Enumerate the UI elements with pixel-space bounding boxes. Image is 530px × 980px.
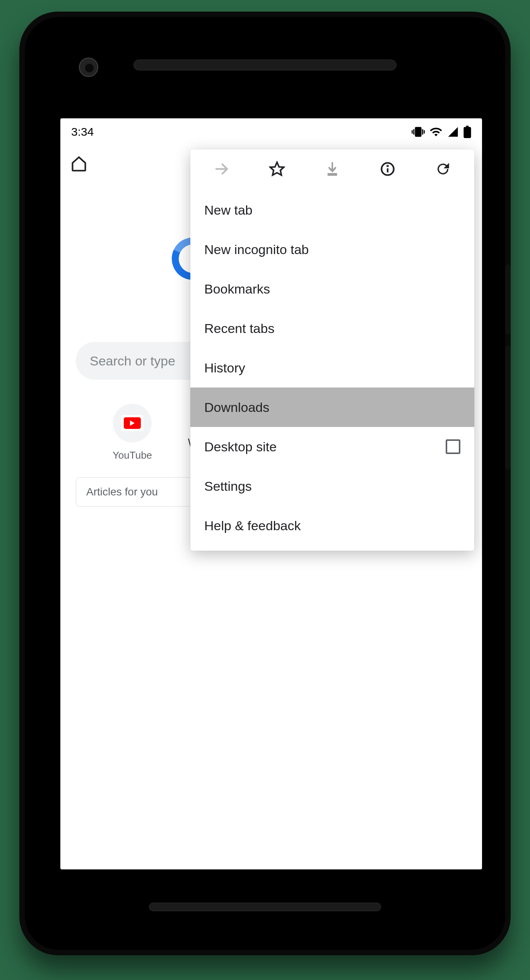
arrow-forward-icon bbox=[214, 161, 230, 179]
status-bar: 3:34 bbox=[60, 118, 482, 145]
menu-item-downloads[interactable]: Downloads bbox=[190, 388, 474, 427]
shortcut-youtube[interactable]: YouTube bbox=[97, 404, 167, 461]
menu-item-settings[interactable]: Settings bbox=[190, 466, 474, 506]
menu-item-bookmarks[interactable]: Bookmarks bbox=[190, 269, 474, 309]
status-icons bbox=[412, 125, 471, 138]
volume-button bbox=[505, 346, 511, 470]
power-button bbox=[505, 265, 511, 334]
info-icon bbox=[380, 161, 396, 179]
menu-item-label: History bbox=[204, 360, 245, 376]
menu-item-label: Downloads bbox=[204, 400, 269, 415]
menu-item-desktop-site[interactable]: Desktop site bbox=[190, 427, 474, 466]
desktop-site-checkbox[interactable] bbox=[446, 439, 460, 454]
reload-button[interactable] bbox=[431, 158, 455, 181]
svg-rect-2 bbox=[328, 173, 337, 175]
menu-item-recent-tabs[interactable]: Recent tabs bbox=[190, 309, 474, 348]
search-placeholder: Search or type bbox=[90, 353, 175, 369]
bookmark-button[interactable] bbox=[265, 158, 289, 181]
download-icon bbox=[324, 161, 340, 179]
front-camera bbox=[79, 58, 98, 77]
svg-marker-1 bbox=[270, 162, 284, 175]
battery-icon bbox=[463, 126, 471, 138]
refresh-icon bbox=[435, 161, 451, 179]
shortcut-label: YouTube bbox=[97, 449, 167, 461]
info-button[interactable] bbox=[376, 158, 399, 181]
download-button[interactable] bbox=[321, 158, 344, 181]
menu-item-label: Help & feedback bbox=[204, 518, 301, 533]
phone-bezel: 3:34 bbox=[25, 17, 505, 950]
svg-point-5 bbox=[387, 166, 388, 166]
earpiece bbox=[133, 60, 397, 70]
menu-item-new-incognito-tab[interactable]: New incognito tab bbox=[190, 230, 474, 269]
menu-item-label: Recent tabs bbox=[204, 321, 274, 336]
menu-item-label: New incognito tab bbox=[204, 242, 309, 257]
menu-icon-row bbox=[190, 149, 474, 190]
menu-item-help-feedback[interactable]: Help & feedback bbox=[190, 506, 474, 545]
screen: 3:34 bbox=[60, 118, 482, 869]
menu-item-label: Settings bbox=[204, 479, 252, 494]
bottom-speaker bbox=[149, 903, 381, 911]
articles-label: Articles for you bbox=[86, 486, 158, 498]
menu-item-label: Desktop site bbox=[204, 439, 277, 454]
forward-button[interactable] bbox=[210, 158, 233, 181]
menu-item-label: New tab bbox=[204, 203, 253, 218]
star-icon bbox=[269, 161, 285, 179]
phone-frame: 3:34 bbox=[19, 12, 511, 955]
status-time: 3:34 bbox=[71, 125, 94, 138]
home-button[interactable] bbox=[67, 153, 91, 176]
menu-item-new-tab[interactable]: New tab bbox=[190, 190, 474, 230]
vibrate-icon bbox=[412, 125, 425, 138]
menu-item-label: Bookmarks bbox=[204, 282, 270, 297]
wifi-icon bbox=[429, 125, 443, 138]
home-icon bbox=[70, 155, 87, 174]
signal-icon bbox=[447, 126, 459, 138]
youtube-icon bbox=[113, 404, 152, 442]
menu-item-history[interactable]: History bbox=[190, 348, 474, 388]
overflow-menu: New tab New incognito tab Bookmarks Rece… bbox=[190, 149, 474, 551]
